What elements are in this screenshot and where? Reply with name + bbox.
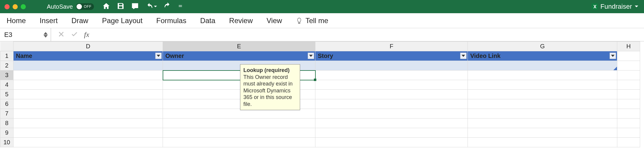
chevron-down-icon: [634, 4, 639, 9]
cell[interactable]: [468, 99, 617, 109]
name-box-spinner[interactable]: [44, 32, 49, 38]
customize-qat-icon[interactable]: [178, 2, 183, 11]
cancel-icon[interactable]: [58, 31, 65, 39]
cell[interactable]: [468, 61, 617, 70]
cell[interactable]: [617, 109, 640, 118]
tab-view[interactable]: View: [266, 16, 282, 25]
row-header-9[interactable]: 9: [0, 128, 14, 138]
cell[interactable]: [617, 70, 640, 80]
cell[interactable]: [315, 118, 468, 128]
cell[interactable]: [468, 109, 617, 118]
filter-button[interactable]: [308, 52, 314, 59]
cell[interactable]: [14, 70, 163, 80]
tab-home[interactable]: Home: [7, 16, 26, 25]
cell[interactable]: [468, 138, 617, 147]
cell[interactable]: [315, 138, 468, 147]
cell[interactable]: [468, 80, 617, 90]
tab-page-layout[interactable]: Page Layout: [102, 16, 143, 25]
name-box[interactable]: E3: [0, 28, 51, 41]
close-window-button[interactable]: [5, 4, 10, 9]
filter-button[interactable]: [460, 52, 467, 59]
cell[interactable]: [14, 118, 163, 128]
cell[interactable]: [617, 128, 640, 138]
tab-draw[interactable]: Draw: [71, 16, 88, 25]
col-header-d[interactable]: D: [14, 42, 163, 51]
cell[interactable]: [617, 51, 640, 61]
document-title[interactable]: Fundraiser: [591, 3, 639, 10]
tab-review[interactable]: Review: [229, 16, 253, 25]
table-header-video-link[interactable]: Video Link: [468, 51, 617, 61]
cell[interactable]: [315, 70, 468, 80]
col-header-f[interactable]: F: [315, 42, 468, 51]
row-header-1[interactable]: 1: [0, 51, 14, 61]
home-icon[interactable]: [102, 2, 110, 11]
cell[interactable]: [468, 90, 617, 99]
select-all-corner[interactable]: [0, 42, 14, 51]
filter-button[interactable]: [155, 52, 162, 59]
formula-bar: E3 fx: [0, 28, 644, 41]
row-header-5[interactable]: 5: [0, 90, 14, 99]
tab-formulas[interactable]: Formulas: [156, 16, 186, 25]
cell[interactable]: [617, 80, 640, 90]
cell[interactable]: [14, 61, 163, 70]
cell[interactable]: [617, 138, 640, 147]
row-9: 9: [0, 128, 640, 138]
cell[interactable]: [14, 138, 163, 147]
col-header-h[interactable]: H: [617, 42, 640, 51]
col-header-e[interactable]: E: [163, 42, 315, 51]
cell[interactable]: [468, 128, 617, 138]
undo-icon[interactable]: [146, 3, 157, 10]
cell[interactable]: [14, 109, 163, 118]
column-header-row: D E F G H: [0, 42, 640, 51]
cell[interactable]: [14, 128, 163, 138]
title-bar: AutoSave OFF Fundraiser: [0, 0, 644, 13]
cell[interactable]: [617, 99, 640, 109]
filename-label: Fundraiser: [600, 3, 632, 10]
cell[interactable]: [315, 90, 468, 99]
cell[interactable]: [315, 61, 468, 70]
row-header-7[interactable]: 7: [0, 109, 14, 118]
row-header-10[interactable]: 10: [0, 138, 14, 147]
tell-me[interactable]: Tell me: [296, 16, 328, 25]
cell[interactable]: [14, 80, 163, 90]
tab-insert[interactable]: Insert: [40, 16, 58, 25]
row-5: 5: [0, 90, 640, 99]
col-header-g[interactable]: G: [468, 42, 617, 51]
cell[interactable]: [315, 99, 468, 109]
filter-button[interactable]: [609, 52, 616, 59]
autosave-control[interactable]: AutoSave OFF: [47, 3, 94, 10]
cell[interactable]: [14, 99, 163, 109]
fx-label[interactable]: fx: [84, 31, 89, 39]
cell[interactable]: [163, 138, 315, 147]
edit-icon[interactable]: [131, 2, 139, 11]
row-header-8[interactable]: 8: [0, 118, 14, 128]
cell[interactable]: [617, 61, 640, 70]
cell[interactable]: [468, 118, 617, 128]
autosave-toggle[interactable]: OFF: [76, 3, 94, 10]
save-icon[interactable]: [117, 2, 125, 11]
cell[interactable]: [468, 70, 617, 80]
row-header-3[interactable]: 3: [0, 70, 14, 80]
confirm-icon[interactable]: [71, 31, 78, 39]
cell[interactable]: [617, 90, 640, 99]
table-header-owner[interactable]: Owner: [163, 51, 315, 61]
table-header-story[interactable]: Story: [315, 51, 468, 61]
tab-data[interactable]: Data: [200, 16, 215, 25]
cell[interactable]: [163, 128, 315, 138]
cell[interactable]: [315, 109, 468, 118]
cell[interactable]: [617, 118, 640, 128]
row-header-2[interactable]: 2: [0, 61, 14, 70]
row-header-6[interactable]: 6: [0, 99, 14, 109]
cell[interactable]: [315, 80, 468, 90]
table-header-name[interactable]: Name: [14, 51, 163, 61]
cell[interactable]: [163, 118, 315, 128]
row-header-4[interactable]: 4: [0, 80, 14, 90]
cell[interactable]: [163, 109, 315, 118]
minimize-window-button[interactable]: [13, 4, 18, 9]
cell[interactable]: [14, 90, 163, 99]
maximize-window-button[interactable]: [21, 4, 26, 9]
row-4: 4: [0, 80, 640, 90]
cell[interactable]: [315, 128, 468, 138]
formula-input[interactable]: [96, 28, 644, 41]
redo-icon[interactable]: [164, 2, 171, 11]
